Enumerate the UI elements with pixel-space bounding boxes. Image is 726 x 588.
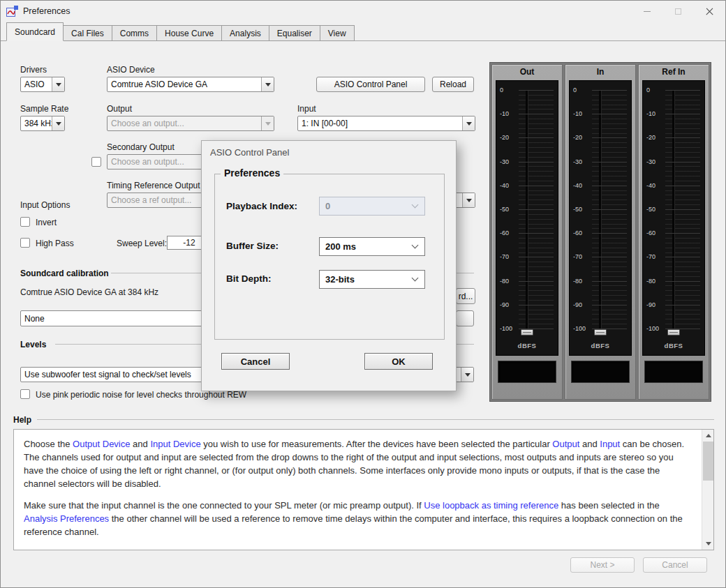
meter-tick-line: [665, 162, 700, 163]
meter-tick-line: [665, 233, 700, 234]
drivers-label: Drivers: [20, 65, 47, 75]
tab-comms[interactable]: Comms: [112, 25, 157, 41]
input-combo-arrow-icon[interactable]: [462, 116, 475, 130]
minimize-icon: [644, 11, 651, 12]
help-link[interactable]: Output: [552, 439, 579, 449]
next-button[interactable]: Next >: [570, 557, 635, 573]
asio-control-panel-button[interactable]: ASIO Control Panel: [316, 77, 425, 92]
meter-tick-line: [665, 305, 700, 306]
tab-bar: SoundcardCal FilesCommsHouse CurveAnalys…: [6, 22, 354, 41]
soundcard-calibration-section-label: Soundcard calibration: [20, 269, 109, 278]
app-icon: [6, 6, 18, 17]
sample-rate-combo[interactable]: 384 kHz: [20, 116, 65, 131]
drivers-combo[interactable]: ASIO: [20, 77, 65, 92]
meter-tick-label: -100: [500, 325, 512, 332]
footer-cancel-button[interactable]: Cancel: [643, 557, 707, 573]
calibration-record-button[interactable]: rd...: [456, 288, 475, 304]
dialog-cancel-button[interactable]: Cancel: [221, 353, 290, 370]
meter-slider-handle[interactable]: [521, 329, 533, 336]
sample-rate-label: Sample Rate: [20, 104, 68, 114]
meter-tick: -80: [643, 278, 704, 285]
meter-slider-handle[interactable]: [667, 329, 680, 336]
help-text-segment: and: [579, 439, 600, 449]
meter-readout: [571, 361, 630, 383]
meter-tick-line: [519, 305, 554, 306]
help-link[interactable]: Use loopback as timing reference: [424, 500, 558, 511]
meter-tick: 0: [496, 86, 558, 93]
scroll-thumb[interactable]: [703, 442, 713, 481]
meter-tick-line: [592, 186, 627, 186]
scroll-up-button[interactable]: [702, 430, 714, 442]
tab-house-curve[interactable]: House Curve: [156, 25, 222, 41]
help-link[interactable]: Input: [600, 439, 620, 449]
meter-tick-line: [592, 209, 627, 210]
meter-tick: -50: [643, 206, 704, 213]
minimize-button[interactable]: [631, 1, 662, 22]
meter-tick: -70: [570, 253, 631, 260]
meter-tick-line: [592, 233, 627, 234]
calibration-device-text: Comtrue ASIO Device GA at 384 kHz: [20, 287, 158, 297]
help-link[interactable]: Output Device: [73, 439, 130, 449]
meter-readout: [644, 361, 703, 383]
drivers-combo-arrow-icon[interactable]: [52, 77, 64, 91]
high-pass-checkbox[interactable]: [20, 238, 30, 248]
tab-cal-files[interactable]: Cal Files: [63, 25, 112, 41]
tab-equaliser[interactable]: Equaliser: [269, 25, 320, 41]
meter-tick: -10: [643, 110, 704, 117]
help-link[interactable]: Analysis Preferences: [24, 513, 109, 524]
help-section-divider: [37, 419, 714, 420]
meter-unit-label: dBFS: [496, 342, 558, 349]
meter-tick: -80: [496, 278, 558, 285]
timing-reference-channel-combo-arrow-icon[interactable]: [462, 193, 475, 207]
input-combo[interactable]: 1: IN [00-00]: [297, 116, 475, 131]
meter-tick-line: [592, 305, 627, 306]
meter-tick: -50: [570, 206, 631, 213]
meter-tick-line: [665, 209, 700, 210]
input-label: Input: [297, 104, 316, 114]
levels-section-label: Levels: [20, 340, 46, 349]
output-combo-arrow-icon: [261, 116, 274, 130]
help-link[interactable]: Input Device: [150, 439, 200, 449]
secondary-output-checkbox[interactable]: [91, 157, 101, 167]
title-bar[interactable]: Preferences: [1, 1, 725, 22]
input-options-label: Input Options: [20, 200, 70, 210]
meter-tick: 0: [643, 86, 704, 93]
maximize-button[interactable]: [662, 1, 694, 22]
meter-unit-label: dBFS: [570, 342, 631, 349]
tab-soundcard[interactable]: Soundcard: [6, 22, 64, 41]
buffer-size-combo[interactable]: 200 ms: [319, 237, 425, 256]
invert-checkbox[interactable]: [20, 217, 30, 227]
meter-tick: -10: [496, 110, 558, 117]
levels-check-combo-arrow-icon[interactable]: [461, 368, 473, 382]
dialog-ok-button[interactable]: OK: [364, 353, 433, 370]
meter-tick-label: -50: [573, 206, 582, 213]
tab-view[interactable]: View: [320, 25, 355, 41]
cal-file-browse-button[interactable]: [456, 310, 474, 326]
meter-tick-line: [519, 90, 554, 91]
meter-tick: -70: [643, 253, 704, 260]
meter-tick: -30: [643, 158, 704, 165]
asio-device-combo-arrow-icon[interactable]: [261, 77, 274, 91]
meter-tick-line: [592, 90, 627, 91]
meter-tick-line: [519, 209, 554, 210]
meter-slider-handle[interactable]: [594, 329, 607, 336]
meter-tick-line: [665, 281, 700, 282]
meter-tick-label: -90: [646, 301, 655, 308]
meter-tick-label: -60: [573, 229, 582, 236]
reload-button[interactable]: Reload: [432, 77, 474, 92]
tab-analysis[interactable]: Analysis: [221, 25, 269, 41]
meter-tick-label: -40: [646, 182, 655, 189]
maximize-icon: [675, 8, 681, 15]
asio-device-combo[interactable]: Comtrue ASIO Device GA: [107, 77, 274, 92]
close-button[interactable]: [694, 1, 725, 22]
bit-depth-chevron-icon: [412, 275, 419, 282]
bit-depth-combo[interactable]: 32-bits: [319, 270, 425, 289]
help-scrollbar[interactable]: [702, 430, 713, 550]
pink-noise-checkbox[interactable]: [20, 389, 30, 399]
sample-rate-combo-arrow-icon[interactable]: [52, 116, 64, 130]
scroll-down-button[interactable]: [702, 538, 714, 550]
timing-reference-output-label: Timing Reference Output: [107, 181, 200, 190]
dialog-title-bar[interactable]: ASIO Control Panel: [202, 141, 456, 163]
help-text-segment: Make sure that the input channel is the …: [24, 500, 424, 511]
meter-tick-line: [592, 114, 627, 114]
